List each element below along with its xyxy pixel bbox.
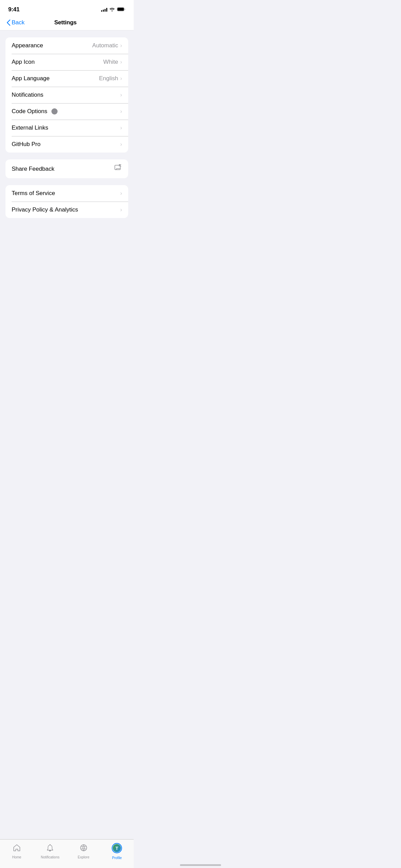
dot-indicator [51,108,58,114]
svg-rect-1 [118,8,124,11]
bottom-spacer [5,225,128,259]
nav-bar: Back Settings [0,16,134,31]
chevron-icon: › [120,92,122,98]
chevron-icon: › [120,43,122,49]
share-feedback-icon [114,164,122,173]
notifications-label: Notifications [12,92,44,98]
chevron-icon: › [120,190,122,196]
row-github-pro[interactable]: GitHub Pro › [5,136,128,153]
status-time: 9:41 [8,6,20,13]
row-app-icon[interactable]: App Icon White › [5,54,128,70]
back-button[interactable]: Back [7,19,25,26]
app-icon-label: App Icon [12,59,35,65]
page-title: Settings [54,19,76,26]
back-label: Back [12,19,25,26]
settings-group-main: Appearance Automatic › App Icon White › … [5,37,128,153]
code-options-label: Code Options [12,108,58,115]
chevron-left-icon [7,20,10,26]
app-icon-value: White [103,59,118,65]
row-app-language[interactable]: App Language English › [5,70,128,87]
chevron-icon: › [120,59,122,65]
status-icons [101,7,125,13]
row-appearance[interactable]: Appearance Automatic › [5,37,128,54]
row-privacy-policy[interactable]: Privacy Policy & Analytics › [5,202,128,218]
appearance-value: Automatic [92,42,118,49]
chevron-icon: › [120,207,122,213]
battery-icon [117,7,125,13]
row-code-options[interactable]: Code Options › [5,103,128,120]
terms-of-service-label: Terms of Service [12,190,55,197]
share-feedback-label: Share Feedback [12,166,54,172]
external-links-label: External Links [12,124,48,131]
row-notifications[interactable]: Notifications › [5,87,128,103]
app-language-label: App Language [12,75,50,82]
status-bar: 9:41 [0,0,134,16]
chevron-icon: › [120,125,122,131]
github-pro-label: GitHub Pro [12,141,40,148]
settings-group-legal: Terms of Service › Privacy Policy & Anal… [5,185,128,218]
row-external-links[interactable]: External Links › [5,120,128,136]
signal-icon [101,8,107,12]
privacy-policy-label: Privacy Policy & Analytics [12,206,78,213]
wifi-icon [109,7,115,13]
app-language-value: English [99,75,118,82]
chevron-icon: › [120,141,122,147]
appearance-label: Appearance [12,42,43,49]
chevron-icon: › [120,108,122,114]
row-share-feedback[interactable]: Share Feedback [5,159,128,178]
row-terms-of-service[interactable]: Terms of Service › [5,185,128,202]
chevron-icon: › [120,75,122,82]
main-content: Appearance Automatic › App Icon White › … [0,31,134,266]
settings-group-feedback: Share Feedback [5,159,128,178]
